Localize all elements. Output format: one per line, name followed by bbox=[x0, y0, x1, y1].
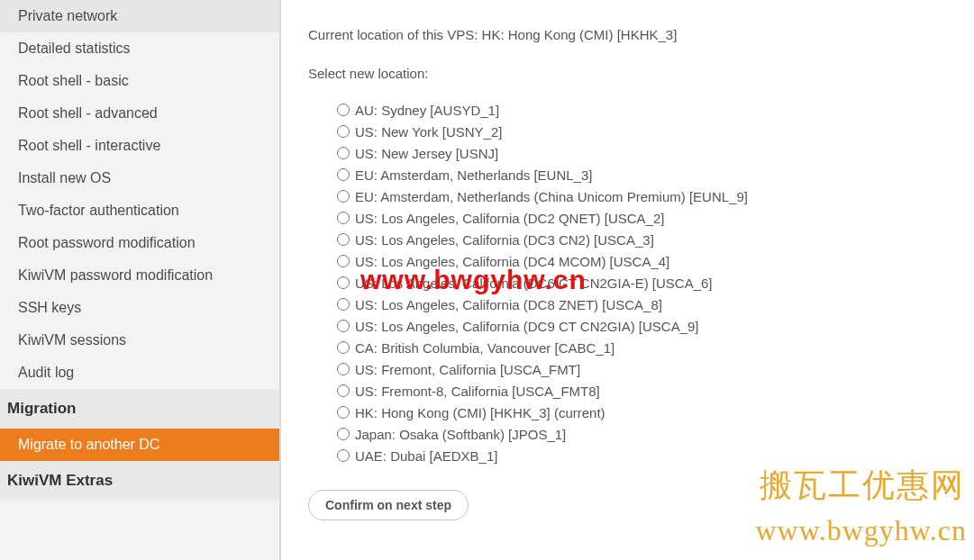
location-radio[interactable] bbox=[337, 233, 350, 246]
sidebar-section-extras: KiwiVM Extras bbox=[0, 461, 279, 501]
location-radio[interactable] bbox=[337, 125, 350, 138]
location-label: Japan: Osaka (Softbank) [JPOS_1] bbox=[355, 427, 566, 442]
sidebar-item[interactable]: Root shell - basic bbox=[0, 65, 279, 97]
select-location-label: Select new location: bbox=[308, 66, 965, 81]
location-option[interactable]: US: New York [USNY_2] bbox=[337, 121, 965, 142]
location-option-list: AU: Sydney [AUSYD_1]US: New York [USNY_2… bbox=[337, 99, 965, 466]
sidebar-section-migration: Migration bbox=[0, 389, 279, 429]
location-label: CA: British Columbia, Vancouver [CABC_1] bbox=[355, 340, 614, 356]
location-label: US: Los Angeles, California (DC3 CN2) [U… bbox=[355, 232, 654, 248]
location-option[interactable]: UAE: Dubai [AEDXB_1] bbox=[337, 445, 965, 466]
location-option[interactable]: US: Fremont, California [USCA_FMT] bbox=[337, 358, 965, 380]
location-option[interactable]: CA: British Columbia, Vancouver [CABC_1] bbox=[337, 337, 965, 358]
location-label: US: Los Angeles, California (DC6 CT CN2G… bbox=[355, 275, 713, 291]
location-label: US: Fremont-8, California [USCA_FMT8] bbox=[355, 384, 600, 399]
location-label: US: Fremont, California [USCA_FMT] bbox=[355, 362, 580, 377]
location-option[interactable]: EU: Amsterdam, Netherlands [EUNL_3] bbox=[337, 164, 965, 185]
location-radio[interactable] bbox=[337, 320, 350, 332]
location-label: HK: Hong Kong (CMI) [HKHK_3] (current) bbox=[355, 405, 605, 420]
location-label: UAE: Dubai [AEDXB_1] bbox=[355, 448, 497, 464]
location-radio[interactable] bbox=[337, 255, 350, 267]
sidebar-item[interactable]: Two-factor authentication bbox=[0, 194, 279, 227]
location-radio[interactable] bbox=[337, 276, 350, 289]
location-option[interactable]: EU: Amsterdam, Netherlands (China Unicom… bbox=[337, 185, 965, 207]
location-radio[interactable] bbox=[337, 363, 350, 375]
main-panel: Current location of this VPS: HK: Hong K… bbox=[281, 0, 974, 560]
location-radio[interactable] bbox=[337, 406, 350, 419]
location-option[interactable]: US: Los Angeles, California (DC3 CN2) [U… bbox=[337, 229, 965, 250]
location-option[interactable]: US: Los Angeles, California (DC6 CT CN2G… bbox=[337, 272, 965, 294]
sidebar-item[interactable]: KiwiVM password modification bbox=[0, 259, 279, 292]
sidebar-item[interactable]: Private network bbox=[0, 0, 279, 32]
sidebar-item[interactable]: Audit log bbox=[0, 357, 279, 389]
location-radio[interactable] bbox=[337, 449, 350, 462]
location-option[interactable]: HK: Hong Kong (CMI) [HKHK_3] (current) bbox=[337, 402, 965, 423]
location-label: US: Los Angeles, California (DC2 QNET) [… bbox=[355, 211, 664, 226]
sidebar: Private networkDetailed statisticsRoot s… bbox=[0, 0, 281, 560]
location-radio[interactable] bbox=[337, 384, 350, 397]
sidebar-item[interactable]: Root shell - interactive bbox=[0, 130, 279, 162]
location-label: US: New York [USNY_2] bbox=[355, 124, 502, 140]
location-option[interactable]: Japan: Osaka (Softbank) [JPOS_1] bbox=[337, 423, 965, 445]
sidebar-item[interactable]: Root shell - advanced bbox=[0, 97, 279, 130]
location-radio[interactable] bbox=[337, 341, 350, 354]
sidebar-item[interactable]: Detailed statistics bbox=[0, 32, 279, 65]
sidebar-item-migrate[interactable]: Migrate to another DC bbox=[0, 429, 279, 461]
sidebar-item[interactable]: Root password modification bbox=[0, 227, 279, 259]
confirm-button[interactable]: Confirm on next step bbox=[308, 490, 469, 520]
location-radio[interactable] bbox=[337, 212, 350, 224]
location-label: US: Los Angeles, California (DC8 ZNET) [… bbox=[355, 297, 662, 312]
location-option[interactable]: US: Los Angeles, California (DC4 MCOM) [… bbox=[337, 250, 965, 272]
location-label: EU: Amsterdam, Netherlands (China Unicom… bbox=[355, 189, 748, 204]
location-radio[interactable] bbox=[337, 428, 350, 440]
location-label: US: New Jersey [USNJ] bbox=[355, 146, 498, 161]
location-option[interactable]: US: Fremont-8, California [USCA_FMT8] bbox=[337, 380, 965, 402]
app-layout: Private networkDetailed statisticsRoot s… bbox=[0, 0, 974, 560]
location-label: AU: Sydney [AUSYD_1] bbox=[355, 103, 499, 118]
location-radio[interactable] bbox=[337, 168, 350, 181]
sidebar-item[interactable]: KiwiVM sessions bbox=[0, 324, 279, 357]
location-radio[interactable] bbox=[337, 190, 350, 203]
sidebar-item[interactable]: Install new OS bbox=[0, 162, 279, 194]
sidebar-item[interactable]: SSH keys bbox=[0, 292, 279, 324]
location-option[interactable]: US: New Jersey [USNJ] bbox=[337, 142, 965, 164]
location-radio[interactable] bbox=[337, 298, 350, 311]
location-option[interactable]: US: Los Angeles, California (DC2 QNET) [… bbox=[337, 207, 965, 229]
location-radio[interactable] bbox=[337, 147, 350, 159]
location-radio[interactable] bbox=[337, 104, 350, 116]
location-option[interactable]: AU: Sydney [AUSYD_1] bbox=[337, 99, 965, 121]
location-label: US: Los Angeles, California (DC4 MCOM) [… bbox=[355, 254, 669, 269]
location-option[interactable]: US: Los Angeles, California (DC9 CT CN2G… bbox=[337, 315, 965, 337]
location-option[interactable]: US: Los Angeles, California (DC8 ZNET) [… bbox=[337, 294, 965, 315]
current-location-text: Current location of this VPS: HK: Hong K… bbox=[308, 27, 965, 42]
location-label: EU: Amsterdam, Netherlands [EUNL_3] bbox=[355, 167, 592, 183]
location-label: US: Los Angeles, California (DC9 CT CN2G… bbox=[355, 319, 699, 334]
